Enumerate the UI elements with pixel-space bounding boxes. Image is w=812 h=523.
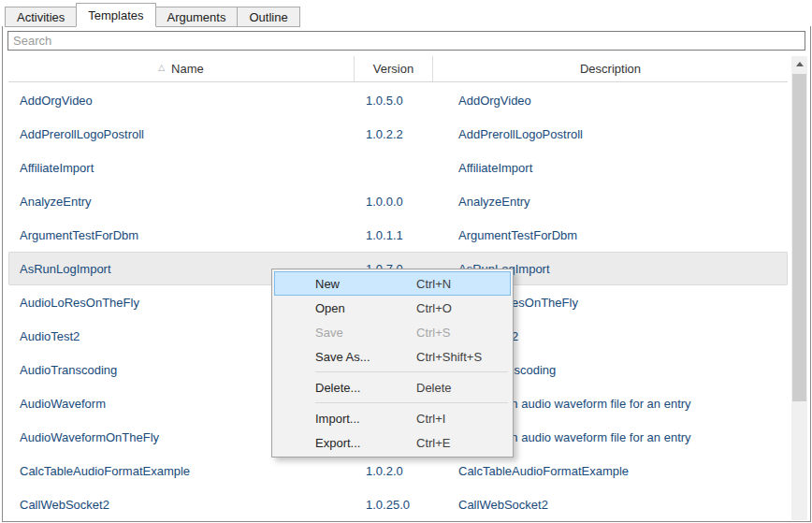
table-row[interactable]: AddOrgVideo1.0.5.0AddOrgVideo <box>8 83 788 117</box>
row-name-cell: ArgumentTestForDbm <box>8 228 355 242</box>
column-header-version-label: Version <box>373 62 413 76</box>
row-name-cell: AnalyzeEntry <box>8 195 355 209</box>
menu-item-label: New <box>315 277 416 291</box>
tab-outline[interactable]: Outline <box>237 7 299 27</box>
context-menu: NewCtrl+NOpenCtrl+OSaveCtrl+SSave As...C… <box>271 269 514 458</box>
menu-item-shortcut: Ctrl+N <box>416 277 451 291</box>
table-row[interactable]: AnalyzeEntry1.0.0.0AnalyzeEntry <box>8 184 788 218</box>
column-header-name[interactable]: △ Name <box>8 56 355 81</box>
row-description-cell: AddOrgVideo <box>433 94 788 108</box>
row-version-cell: 1.0.25.0 <box>355 498 433 512</box>
tab-arguments[interactable]: Arguments <box>155 7 239 27</box>
tab-strip: Activities Templates Arguments Outline <box>0 0 812 26</box>
row-version-cell: 1.0.0.0 <box>355 195 433 209</box>
menu-item-label: Delete... <box>315 381 416 395</box>
row-name-cell: AddPrerollLogoPostroll <box>8 127 355 141</box>
table-row[interactable]: ArgumentTestForDbm1.0.1.1ArgumentTestFor… <box>8 218 788 252</box>
row-version-cell: 1.0.2.2 <box>355 127 433 141</box>
row-description-cell: CalcTableAudioFormatExample <box>433 464 788 478</box>
tab-templates[interactable]: Templates <box>76 3 155 27</box>
table-row[interactable]: CallWebSocket21.0.25.0CallWebSocket2 <box>8 487 788 520</box>
row-version-cell: 1.0.1.1 <box>355 228 433 242</box>
menu-item-shortcut: Ctrl+O <box>416 301 452 315</box>
sort-ascending-icon: △ <box>158 64 165 72</box>
row-description-cell: CallWebSocket2 <box>433 498 788 512</box>
menu-item-label: Save As... <box>315 350 416 364</box>
search-input[interactable] <box>7 31 805 51</box>
menu-item-open[interactable]: OpenCtrl+O <box>274 296 511 320</box>
row-description-cell: ArgumentTestForDbm <box>433 228 788 242</box>
menu-item-save[interactable]: SaveCtrl+S <box>274 320 511 344</box>
table-row[interactable]: AddPrerollLogoPostroll1.0.2.2AddPrerollL… <box>8 117 788 151</box>
row-description-cell: AffiliateImport <box>433 161 788 175</box>
menu-separator <box>315 402 508 403</box>
table-row[interactable]: AffiliateImportAffiliateImport <box>8 151 788 184</box>
column-header-version[interactable]: Version <box>355 56 433 81</box>
row-version-cell: 1.0.5.0 <box>355 94 433 108</box>
menu-item-import[interactable]: Import...Ctrl+I <box>274 406 511 430</box>
menu-item-label: Save <box>315 326 416 340</box>
menu-item-shortcut: Delete <box>416 381 452 395</box>
menu-separator <box>315 371 508 372</box>
row-name-cell: AffiliateImport <box>8 161 355 175</box>
menu-item-shortcut: Ctrl+S <box>416 326 450 340</box>
vertical-scrollbar[interactable] <box>791 56 807 520</box>
row-version-cell: 1.0.2.0 <box>355 464 433 478</box>
table-row[interactable]: CalcTableAudioFormatExample1.0.2.0CalcTa… <box>8 454 788 487</box>
scrollbar-up-button[interactable] <box>791 56 807 72</box>
row-description-cell: AddPrerollLogoPostroll <box>433 127 788 141</box>
menu-item-shortcut: Ctrl+Shift+S <box>416 350 482 364</box>
scrollbar-thumb[interactable] <box>792 74 806 401</box>
menu-item-shortcut: Ctrl+I <box>416 412 445 426</box>
menu-item-save-as[interactable]: Save As...Ctrl+Shift+S <box>274 344 511 369</box>
row-description-cell: AnalyzeEntry <box>433 195 788 209</box>
scroll-up-arrow-icon <box>796 62 804 66</box>
column-header-description-label: Description <box>580 62 641 76</box>
menu-item-new[interactable]: NewCtrl+N <box>274 271 511 296</box>
menu-item-shortcut: Ctrl+E <box>416 436 450 450</box>
table-header: △ Name Version Description <box>8 56 788 82</box>
column-header-name-label: Name <box>171 62 204 76</box>
menu-item-delete[interactable]: Delete...Delete <box>274 375 511 400</box>
menu-item-label: Open <box>315 301 416 315</box>
column-header-description[interactable]: Description <box>433 56 788 81</box>
row-name-cell: CalcTableAudioFormatExample <box>8 464 355 478</box>
row-name-cell: AddOrgVideo <box>8 94 355 108</box>
tab-activities[interactable]: Activities <box>5 7 77 27</box>
row-name-cell: CallWebSocket2 <box>8 498 355 512</box>
menu-item-export[interactable]: Export...Ctrl+E <box>274 430 511 455</box>
menu-item-label: Export... <box>315 436 416 450</box>
menu-item-label: Import... <box>315 412 416 426</box>
